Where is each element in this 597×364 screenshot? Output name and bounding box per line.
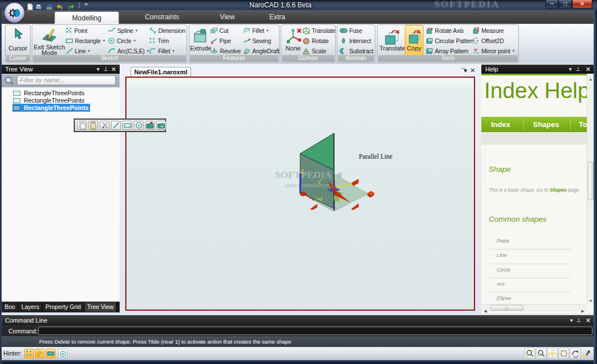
svg-text:www.softpedia.com: www.softpedia.com bbox=[284, 182, 331, 188]
svg-text:SOFTPEDIA ◄: SOFTPEDIA ◄ bbox=[275, 169, 344, 180]
svg-text:Parallel Line: Parallel Line bbox=[359, 153, 392, 160]
